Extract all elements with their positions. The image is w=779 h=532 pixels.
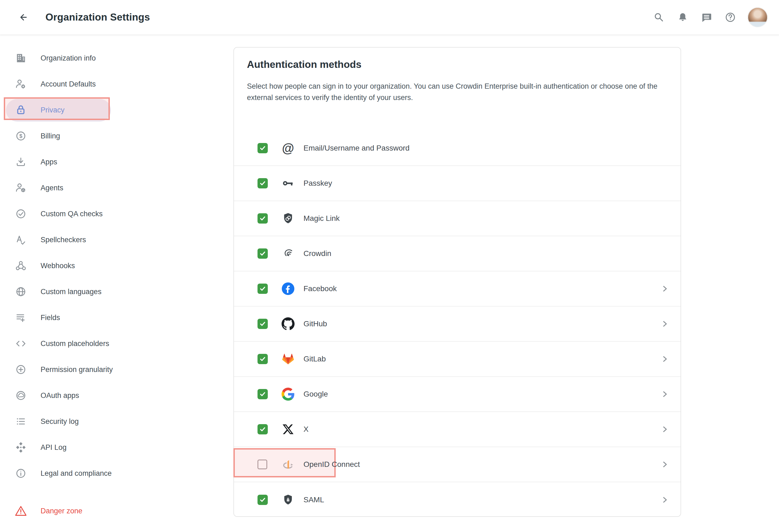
sidebar-item-label: Spellcheckers xyxy=(41,236,86,244)
settings-sidebar: Organization infoAccount DefaultsPrivacy… xyxy=(0,35,138,532)
sidebar-item-label: Fields xyxy=(41,314,60,322)
spellcheck-icon xyxy=(14,233,27,246)
key-icon xyxy=(281,176,296,191)
svg-text:$: $ xyxy=(19,133,22,139)
sidebar-item-danger-zone[interactable]: Danger zone xyxy=(0,498,138,524)
auth-method-row-email-username-and-password[interactable]: @Email/Username and Password xyxy=(234,131,680,166)
page-title: Organization Settings xyxy=(46,12,150,23)
sidebar-item-label: Permission granularity xyxy=(41,365,113,374)
card-title: Authentication methods xyxy=(247,59,361,70)
auth-method-label: Facebook xyxy=(303,284,337,293)
checkbox-checked-3[interactable] xyxy=(257,249,268,259)
info-circle-icon xyxy=(14,467,27,480)
auth-method-label: GitLab xyxy=(303,355,326,363)
check-circle-icon xyxy=(14,207,27,220)
crowdin-icon xyxy=(281,246,296,261)
plus-circle-icon xyxy=(14,363,27,376)
sidebar-item-label: Custom languages xyxy=(41,288,102,296)
sidebar-item-label: Legal and compliance xyxy=(41,469,112,478)
sidebar-item-webhooks[interactable]: Webhooks xyxy=(0,253,138,279)
checkbox-checked-2[interactable] xyxy=(257,213,268,223)
sidebar-item-account-defaults[interactable]: Account Defaults xyxy=(0,71,138,97)
auth-method-label: Email/Username and Password xyxy=(303,144,410,152)
fields-icon xyxy=(14,311,27,324)
help-icon[interactable] xyxy=(724,11,737,24)
x-icon xyxy=(281,422,296,437)
sidebar-item-custom-placeholders[interactable]: Custom placeholders xyxy=(0,331,138,356)
user-gear-icon xyxy=(14,78,27,90)
auth-method-row-crowdin[interactable]: Crowdin xyxy=(234,236,680,271)
notifications-icon[interactable] xyxy=(676,11,689,24)
building-icon xyxy=(14,52,27,65)
auth-method-label: Magic Link xyxy=(303,214,340,223)
sidebar-item-security-log[interactable]: Security log xyxy=(0,408,138,435)
search-icon[interactable] xyxy=(652,11,665,24)
sidebar-item-label: OAuth apps xyxy=(41,391,79,400)
chevron-right-icon[interactable] xyxy=(661,320,669,328)
auth-method-label: Passkey xyxy=(303,179,332,188)
auth-method-label: X xyxy=(303,425,309,434)
chevron-right-icon[interactable] xyxy=(661,495,669,504)
checkbox-checked-10[interactable] xyxy=(257,495,268,505)
sidebar-item-agents[interactable]: Agents xyxy=(0,175,138,201)
sidebar-item-label: Billing xyxy=(41,132,60,140)
sidebar-item-permission-granularity[interactable]: Permission granularity xyxy=(0,356,138,383)
chevron-right-icon[interactable] xyxy=(661,355,669,363)
checkbox-checked-7[interactable] xyxy=(257,389,268,399)
checkbox-checked-8[interactable] xyxy=(257,424,268,435)
auth-method-row-facebook[interactable]: Facebook xyxy=(234,271,680,307)
cloud-circle-icon xyxy=(14,389,27,402)
gitlab-icon xyxy=(281,351,296,367)
auth-methods-list: @Email/Username and PasswordPasskeyMagic… xyxy=(234,131,680,517)
chevron-right-icon[interactable] xyxy=(661,425,669,434)
topbar-actions xyxy=(652,7,768,27)
sidebar-item-spellcheckers[interactable]: Spellcheckers xyxy=(0,227,138,253)
sidebar-item-oauth-apps[interactable]: OAuth apps xyxy=(0,383,138,408)
sidebar-item-label: Security log xyxy=(41,417,79,426)
chevron-right-icon[interactable] xyxy=(661,390,669,398)
user-cube-icon xyxy=(14,181,27,194)
checkbox-checked-0[interactable] xyxy=(257,143,268,153)
code-icon xyxy=(14,337,27,350)
auth-method-row-google[interactable]: Google xyxy=(234,377,680,412)
sidebar-item-label: Agents xyxy=(41,184,63,192)
google-icon xyxy=(281,387,296,402)
warning-triangle-icon xyxy=(14,505,27,517)
sidebar-item-privacy[interactable]: Privacy xyxy=(0,97,138,123)
sidebar-item-custom-languages[interactable]: Custom languages xyxy=(0,279,138,305)
sidebar-item-fields[interactable]: Fields xyxy=(0,305,138,331)
organization-settings-page: Organization Settings xyxy=(0,0,779,532)
at-icon: @ xyxy=(281,141,296,156)
messages-icon[interactable] xyxy=(700,11,713,24)
sidebar-item-label: Webhooks xyxy=(41,262,75,270)
auth-method-row-saml[interactable]: SAML xyxy=(234,482,680,517)
api-diamonds-icon xyxy=(14,441,27,454)
checkbox-checked-6[interactable] xyxy=(257,354,268,364)
auth-method-row-openid-connect[interactable]: OpenID Connect xyxy=(234,447,680,482)
checkbox-checked-5[interactable] xyxy=(257,319,268,329)
sidebar-item-billing[interactable]: $Billing xyxy=(0,123,138,149)
checkbox-checked-1[interactable] xyxy=(257,178,268,188)
sidebar-item-label: Account Defaults xyxy=(41,80,96,88)
sidebar-item-api-log[interactable]: API Log xyxy=(0,435,138,460)
auth-method-row-passkey[interactable]: Passkey xyxy=(234,166,680,201)
sidebar-item-label: Custom QA checks xyxy=(41,210,103,218)
chevron-right-icon[interactable] xyxy=(661,460,669,469)
list-icon xyxy=(14,415,27,428)
sidebar-item-legal-and-compliance[interactable]: Legal and compliance xyxy=(0,460,138,486)
sidebar-item-apps[interactable]: Apps xyxy=(0,149,138,175)
github-icon xyxy=(281,316,296,331)
sidebar-item-custom-qa-checks[interactable]: Custom QA checks xyxy=(0,201,138,227)
auth-method-row-x[interactable]: X xyxy=(234,412,680,447)
annotation-highlight-privacy xyxy=(4,97,110,120)
sidebar-item-organization-info[interactable]: Organization info xyxy=(0,45,138,71)
auth-method-row-magic-link[interactable]: Magic Link xyxy=(234,201,680,236)
checkbox-checked-4[interactable] xyxy=(257,283,268,294)
chevron-right-icon[interactable] xyxy=(661,284,669,293)
user-avatar[interactable] xyxy=(747,7,768,27)
sidebar-item-label: Apps xyxy=(41,158,57,166)
sidebar-item-label: API Log xyxy=(41,443,67,452)
auth-method-row-gitlab[interactable]: GitLab xyxy=(234,342,680,377)
back-button[interactable] xyxy=(16,10,32,25)
auth-method-row-github[interactable]: GitHub xyxy=(234,307,680,342)
